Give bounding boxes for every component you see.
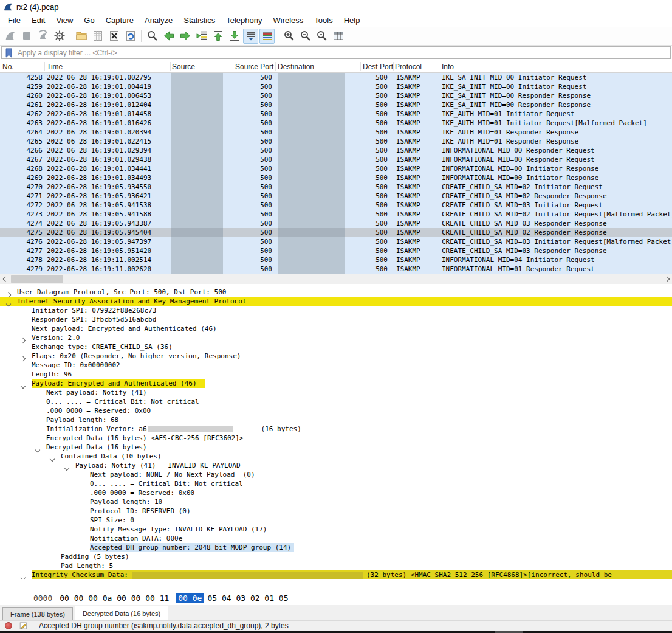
- detail-line[interactable]: Payload length: 68: [0, 415, 672, 424]
- packet-row[interactable]: 42682022-06-28 16:19:01.034441500500ISAK…: [0, 164, 672, 173]
- menu-analyze[interactable]: Analyze: [139, 15, 178, 26]
- zoom-original-icon[interactable]: [314, 29, 329, 44]
- menu-edit[interactable]: Edit: [26, 15, 50, 26]
- detail-line[interactable]: Next payload: NONE / No Next Payload (0): [0, 470, 672, 479]
- display-filter-input[interactable]: [15, 49, 670, 57]
- auto-scroll-toggle-icon[interactable]: [243, 29, 258, 44]
- detail-line[interactable]: Message ID: 0x00000002: [0, 361, 672, 370]
- column-header-dest-port[interactable]: Dest Port: [363, 63, 393, 71]
- detail-line[interactable]: Contained Data (10 bytes): [0, 452, 672, 461]
- detail-line[interactable]: Payload: Encrypted and Authenticated (46…: [0, 379, 672, 388]
- packet-list-hscrollbar[interactable]: [0, 274, 672, 284]
- detail-line[interactable]: Initialization Vector: a6(16 bytes): [0, 424, 672, 434]
- tab-decrypted-data[interactable]: Decrypted Data (16 bytes): [75, 606, 168, 620]
- expert-info-icon[interactable]: [5, 622, 12, 629]
- start-capture-icon[interactable]: [2, 29, 18, 44]
- detail-line[interactable]: Next payload: Encrypted and Authenticate…: [0, 324, 672, 333]
- packet-row[interactable]: 42752022-06-28 16:19:05.945404500500ISAK…: [0, 228, 672, 237]
- menu-capture[interactable]: Capture: [100, 15, 139, 26]
- column-header-destination[interactable]: Destination: [278, 63, 314, 71]
- detail-line[interactable]: Pad Length: 5: [0, 561, 672, 570]
- menu-statistics[interactable]: Statistics: [178, 15, 221, 26]
- hex-bytes[interactable]: 00 00 00 0a 00 00 00 11: [60, 593, 169, 603]
- detail-line[interactable]: .000 0000 = Reserved: 0x00: [0, 488, 672, 497]
- packet-row[interactable]: 42732022-06-28 16:19:05.941588500500ISAK…: [0, 210, 672, 219]
- save-file-icon[interactable]: [90, 29, 105, 44]
- detail-line[interactable]: Next payload: Notify (41): [0, 388, 672, 397]
- detail-line[interactable]: Internet Security Association and Key Ma…: [0, 297, 672, 306]
- detail-line[interactable]: Encrypted Data (16 bytes) <AES-CBC-256 […: [0, 434, 672, 443]
- close-file-icon[interactable]: [106, 29, 122, 44]
- scroll-right-button[interactable]: [662, 274, 672, 284]
- hex-selected-bytes[interactable]: 00 0e: [176, 593, 204, 603]
- column-separator[interactable]: [44, 62, 45, 71]
- packet-row[interactable]: 42672022-06-28 16:19:01.029438500500ISAK…: [0, 155, 672, 164]
- capture-comment-icon[interactable]: [19, 621, 28, 630]
- detail-line[interactable]: .000 0000 = Reserved: 0x00: [0, 406, 672, 415]
- open-file-icon[interactable]: [74, 29, 89, 44]
- packet-row[interactable]: 42602022-06-28 16:19:01.006453500500ISAK…: [0, 91, 672, 100]
- tab-frame[interactable]: Frame (138 bytes): [2, 607, 73, 620]
- detail-line[interactable]: Decrypted Data (16 bytes): [0, 443, 672, 452]
- zoom-in-icon[interactable]: [281, 29, 297, 44]
- packet-row[interactable]: 42632022-06-28 16:19:01.016426500500ISAK…: [0, 119, 672, 128]
- detail-line[interactable]: Payload: Notify (41) - INVALID_KE_PAYLOA…: [0, 461, 672, 470]
- detail-line[interactable]: Padding (5 bytes): [0, 552, 672, 561]
- column-header-info[interactable]: Info: [442, 63, 454, 71]
- zoom-out-icon[interactable]: [298, 29, 313, 44]
- packet-row[interactable]: 42662022-06-28 16:19:01.029394500500ISAK…: [0, 146, 672, 155]
- detail-line[interactable]: Integrity Checksum Data:(32 bytes) <HMAC…: [0, 570, 672, 579]
- packet-row[interactable]: 42712022-06-28 16:19:05.936421500500ISAK…: [0, 192, 672, 201]
- packet-row[interactable]: 42582022-06-28 16:19:01.002795500500ISAK…: [0, 73, 672, 82]
- packet-row[interactable]: 42742022-06-28 16:19:05.943387500500ISAK…: [0, 219, 672, 228]
- packet-row[interactable]: 42702022-06-28 16:19:05.934550500500ISAK…: [0, 182, 672, 192]
- chevron-down-icon[interactable]: [21, 573, 25, 579]
- packet-row[interactable]: 42612022-06-28 16:19:01.012404500500ISAK…: [0, 100, 672, 109]
- go-forward-icon[interactable]: [177, 29, 193, 44]
- packet-row[interactable]: 42622022-06-28 16:19:01.014458500500ISAK…: [0, 109, 672, 119]
- packet-row[interactable]: 42652022-06-28 16:19:01.022415500500ISAK…: [0, 137, 672, 146]
- go-to-packet-icon[interactable]: [194, 29, 209, 44]
- packet-row[interactable]: 42642022-06-28 16:19:01.020394500500ISAK…: [0, 128, 672, 137]
- detail-line[interactable]: Length: 96: [0, 370, 672, 379]
- hex-bytes[interactable]: 05 04 03 02 01 05: [207, 593, 288, 603]
- column-header-source-port[interactable]: Source Port: [235, 63, 273, 71]
- detail-line[interactable]: 0... .... = Critical Bit: Not critical: [0, 479, 672, 488]
- menu-tools[interactable]: Tools: [309, 15, 338, 26]
- packet-row[interactable]: 42772022-06-28 16:19:05.951420500500ISAK…: [0, 246, 672, 255]
- scroll-left-button[interactable]: [0, 274, 10, 284]
- column-header-protocol[interactable]: Protocol: [395, 63, 422, 71]
- stop-capture-icon[interactable]: [19, 29, 34, 44]
- column-separator[interactable]: [233, 62, 233, 71]
- go-to-bottom-icon[interactable]: [227, 29, 242, 44]
- detail-line[interactable]: Notify Message Type: INVALID_KE_PAYLOAD …: [0, 525, 672, 534]
- detail-line[interactable]: Initiator SPI: 079922f88e268c73: [0, 306, 672, 315]
- detail-line[interactable]: Flags: 0x20 (Responder, No higher versio…: [0, 351, 672, 361]
- column-header-source[interactable]: Source: [172, 63, 195, 71]
- detail-line[interactable]: 0... .... = Critical Bit: Not critical: [0, 397, 672, 406]
- resize-columns-icon[interactable]: [331, 29, 346, 44]
- detail-line[interactable]: User Datagram Protocol, Src Port: 500, D…: [0, 288, 672, 297]
- find-packet-icon[interactable]: [145, 29, 160, 44]
- restart-capture-icon[interactable]: [35, 29, 50, 44]
- column-separator[interactable]: [436, 62, 436, 71]
- menu-wireless[interactable]: Wireless: [268, 15, 309, 26]
- capture-options-icon[interactable]: [52, 29, 67, 44]
- detail-line[interactable]: Protocol ID: RESERVED (0): [0, 507, 672, 516]
- hscrollbar-thumb[interactable]: [11, 275, 63, 283]
- menu-help[interactable]: Help: [338, 15, 366, 26]
- colorize-toggle-icon[interactable]: [259, 29, 275, 44]
- menu-file[interactable]: File: [2, 15, 26, 26]
- column-header-time[interactable]: Time: [47, 63, 63, 71]
- detail-line[interactable]: Accepted DH group number: 2048 bit MODP …: [0, 543, 672, 552]
- reload-file-icon[interactable]: [123, 29, 138, 44]
- menu-view[interactable]: View: [50, 15, 78, 26]
- menu-telephony[interactable]: Telephony: [221, 15, 267, 26]
- packet-row[interactable]: 42722022-06-28 16:19:05.941538500500ISAK…: [0, 201, 672, 210]
- go-back-icon[interactable]: [161, 29, 176, 44]
- filter-bookmark-icon[interactable]: [2, 47, 15, 58]
- detail-line[interactable]: Exchange type: CREATE_CHILD_SA (36): [0, 342, 672, 351]
- column-separator[interactable]: [275, 62, 276, 71]
- go-to-top-icon[interactable]: [210, 29, 225, 44]
- column-separator[interactable]: [393, 62, 394, 71]
